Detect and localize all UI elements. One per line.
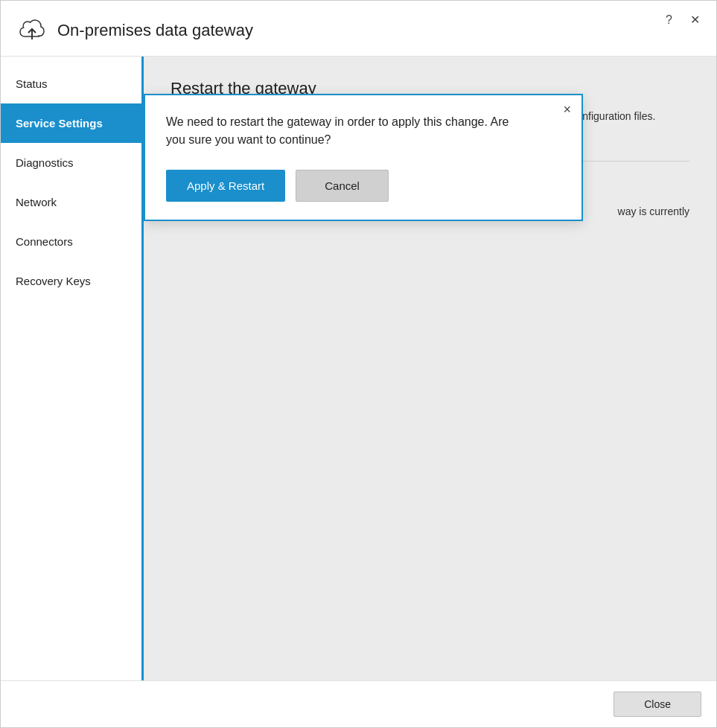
help-button[interactable]: ? — [661, 12, 677, 28]
cancel-button[interactable]: Cancel — [296, 170, 389, 202]
modal-close-button[interactable]: × — [563, 103, 571, 116]
close-button[interactable]: Close — [614, 692, 701, 717]
sidebar-item-diagnostics[interactable]: Diagnostics — [1, 143, 141, 182]
sidebar-item-status[interactable]: Status — [1, 64, 141, 103]
sidebar-item-service-settings[interactable]: Service Settings — [1, 103, 141, 143]
app-icon — [16, 14, 48, 47]
modal-buttons: Apply & Restart Cancel — [166, 170, 561, 202]
sidebar-item-connectors[interactable]: Connectors — [1, 222, 141, 261]
sidebar-item-recovery-keys[interactable]: Recovery Keys — [1, 261, 141, 301]
content-area: Restart the gateway It is recommended to… — [144, 57, 716, 680]
footer: Close — [1, 680, 716, 727]
main-layout: Status Service Settings Diagnostics Netw… — [1, 57, 716, 680]
app-title: On-premises data gateway — [57, 21, 253, 40]
apply-restart-button[interactable]: Apply & Restart — [166, 170, 285, 202]
sidebar-item-network[interactable]: Network — [1, 182, 141, 222]
window-close-button[interactable]: ✕ — [686, 11, 704, 28]
modal-overlay: × We need to restart the gateway in orde… — [144, 57, 716, 680]
sidebar: Status Service Settings Diagnostics Netw… — [1, 57, 144, 680]
title-bar: On-premises data gateway ? ✕ — [1, 1, 716, 57]
modal-message: We need to restart the gateway in order … — [166, 113, 523, 149]
main-window: On-premises data gateway ? ✕ Status Serv… — [0, 0, 717, 728]
modal-dialog: × We need to restart the gateway in orde… — [144, 94, 583, 221]
title-bar-controls: ? ✕ — [661, 11, 704, 28]
